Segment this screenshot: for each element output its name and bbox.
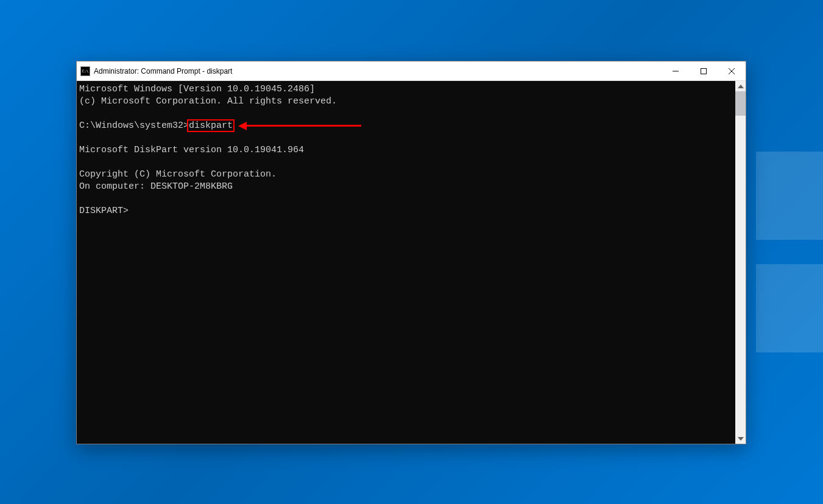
chevron-up-icon bbox=[738, 85, 744, 88]
titlebar-controls bbox=[662, 61, 746, 80]
logo-quad bbox=[756, 152, 823, 240]
logo-quad bbox=[756, 264, 823, 352]
svg-rect-1 bbox=[701, 68, 707, 74]
scroll-down-button[interactable] bbox=[735, 433, 746, 444]
close-button[interactable] bbox=[718, 61, 746, 80]
minimize-button[interactable] bbox=[662, 61, 690, 80]
window-title: Administrator: Command Prompt - diskpart bbox=[94, 67, 232, 75]
console-line: (c) Microsoft Corporation. All rights re… bbox=[79, 96, 337, 107]
console-diskpart-prompt: DISKPART> bbox=[79, 206, 129, 216]
scroll-up-button[interactable] bbox=[735, 81, 746, 91]
console-line: Microsoft DiskPart version 10.0.19041.96… bbox=[79, 145, 304, 155]
maximize-button[interactable] bbox=[690, 61, 718, 80]
scroll-thumb[interactable] bbox=[735, 91, 746, 116]
vertical-scrollbar[interactable] bbox=[735, 81, 746, 444]
console-area: Microsoft Windows [Version 10.0.19045.24… bbox=[77, 81, 746, 444]
maximize-icon bbox=[701, 68, 707, 74]
minimize-icon bbox=[673, 68, 679, 74]
cmd-icon bbox=[80, 66, 90, 76]
chevron-down-icon bbox=[738, 437, 744, 441]
command-prompt-window: Administrator: Command Prompt - diskpart… bbox=[76, 61, 746, 444]
console-line: Copyright (C) Microsoft Corporation. bbox=[79, 169, 277, 180]
arrow-head-icon bbox=[238, 122, 247, 130]
console-line: On computer: DESKTOP-2M8KBRG bbox=[79, 181, 233, 192]
console-output[interactable]: Microsoft Windows [Version 10.0.19045.24… bbox=[77, 81, 735, 444]
desktop-windows-logo bbox=[756, 152, 823, 352]
titlebar[interactable]: Administrator: Command Prompt - diskpart bbox=[77, 61, 746, 81]
console-line: Microsoft Windows [Version 10.0.19045.24… bbox=[79, 84, 315, 94]
console-entered-command: diskpart bbox=[189, 121, 233, 131]
scroll-track[interactable] bbox=[735, 91, 746, 433]
console-prompt-path: C:\Windows\system32> bbox=[79, 121, 189, 131]
arrow-line bbox=[245, 125, 361, 127]
close-icon bbox=[729, 68, 735, 74]
